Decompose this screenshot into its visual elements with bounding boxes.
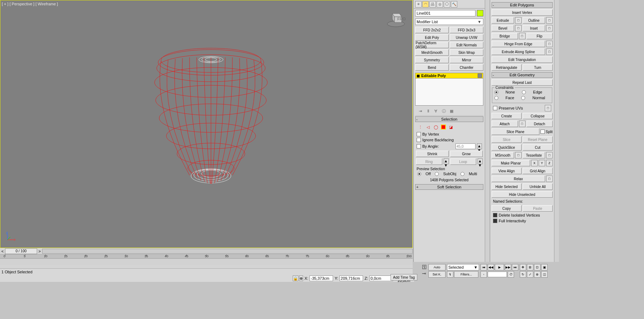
vertex-level-icon[interactable]: ⋮ (417, 124, 423, 130)
extrude-settings-icon[interactable]: □ (515, 17, 522, 24)
preview-subobj-radio[interactable] (435, 172, 439, 176)
by-angle-checkbox[interactable] (417, 144, 421, 148)
create-tab-icon[interactable]: ✳ (415, 1, 422, 7)
tessellate-button[interactable]: Tessellate (523, 152, 545, 158)
key-filters-button[interactable]: Filters... (454, 271, 478, 278)
auto-key-button[interactable]: Auto (428, 264, 446, 270)
timeline-ruler[interactable]: 0510152025303540455055606570758085909510… (0, 254, 413, 259)
selection-lock-icon[interactable]: ⊕ (299, 275, 303, 281)
relax-button[interactable]: Relax (492, 176, 545, 182)
constraint-edge-radio[interactable] (522, 90, 526, 94)
collapse-button[interactable]: Collapse (523, 113, 553, 119)
viewcube[interactable]: FRONT (386, 8, 406, 28)
nav-orbit-icon[interactable]: ↻ (520, 271, 526, 278)
hinge-button[interactable]: Hinge From Edge (492, 41, 545, 47)
panel-b-scrollbar[interactable] (554, 0, 559, 262)
constraint-none-radio[interactable] (494, 90, 498, 94)
utilities-tab-icon[interactable]: 🔨 (451, 1, 457, 7)
insert-vertex-button[interactable]: Insert Vertex (492, 9, 553, 16)
loop-button[interactable]: Loop (450, 158, 477, 165)
relax-settings-icon[interactable]: □ (546, 176, 553, 182)
play-icon[interactable]: ▶ (495, 264, 504, 270)
nav-zoom-icon[interactable]: ⊞ (527, 264, 533, 270)
flip-button[interactable]: Flip (527, 33, 553, 39)
lock-icon[interactable]: 🔒 (293, 275, 298, 281)
nav-pan-icon[interactable]: ✥ (520, 264, 526, 270)
bend-button[interactable]: Bend (415, 64, 449, 71)
grow-button[interactable]: Grow (450, 151, 483, 157)
nav-walk-icon[interactable]: ⤢ (527, 271, 533, 278)
slice-button[interactable]: Slice (492, 136, 522, 143)
next-frame-icon[interactable]: ▶▶ (505, 264, 511, 270)
border-level-icon[interactable]: ◯ (433, 124, 439, 130)
viewport-perspective[interactable]: [ + ] [ Perspective ] [ Wireframe ] FRON… (0, 0, 413, 248)
edit-polygons-rollout[interactable]: -Edit Polygons (492, 2, 553, 8)
make-unique-icon[interactable]: ∀ (433, 108, 439, 114)
key-mode-toggle-icon[interactable]: ◦ (481, 271, 487, 278)
meshsmooth-button[interactable]: MeshSmooth (415, 49, 449, 56)
patchdeform-button[interactable]: PatchDeform (WSM) (415, 42, 449, 48)
attach-button[interactable]: Attach (492, 121, 518, 127)
tessellate-settings-icon[interactable]: □ (546, 152, 553, 158)
extrude-button[interactable]: Extrude (492, 17, 514, 24)
y-coord-input[interactable] (339, 275, 363, 281)
bridge-button[interactable]: Bridge (492, 33, 518, 39)
goto-start-icon[interactable]: ⏮ (481, 264, 487, 270)
copy-selection-button[interactable]: Copy (492, 205, 522, 212)
motion-tab-icon[interactable]: ◎ (437, 1, 443, 7)
unwrap-uvw-button[interactable]: Unwrap UVW (450, 34, 483, 41)
nav-min-max-icon[interactable]: ◫ (541, 271, 548, 278)
outline-settings-icon[interactable]: □ (546, 17, 553, 24)
x-coord-input[interactable] (310, 275, 333, 281)
edit-triangulation-button[interactable]: Edit Triangulation (492, 56, 553, 63)
chamfer-button[interactable]: Chamfer (450, 64, 483, 71)
bridge-settings-icon[interactable]: □ (519, 33, 525, 39)
quickslice-button[interactable]: QuickSlice (492, 144, 522, 151)
split-checkbox[interactable] (540, 130, 545, 134)
ffd-3x3x3-button[interactable]: FFD 3x3x3 (450, 27, 483, 33)
key-filter-select[interactable]: Selected▼ (447, 264, 479, 270)
viewport-label[interactable]: [ + ] [ Perspective ] [ Wireframe ] (2, 2, 58, 6)
retriangulate-button[interactable]: Retriangulate (492, 64, 522, 71)
soft-selection-rollout[interactable]: +Soft Selection (415, 184, 483, 190)
nav-zoom-region-icon[interactable]: ⊡ (534, 264, 540, 270)
timeline-trackbar[interactable] (0, 259, 413, 265)
preview-multi-radio[interactable] (461, 172, 464, 176)
paste-selection-button[interactable]: Paste (523, 205, 553, 212)
view-align-button[interactable]: View Align (492, 168, 522, 174)
configure-sets-icon[interactable]: ▦ (449, 108, 454, 114)
make-planar-button[interactable]: Make Planar (492, 160, 530, 166)
ring-button[interactable]: Ring (416, 158, 442, 165)
create-button[interactable]: Create (492, 113, 522, 119)
delete-iso-checkbox[interactable] (493, 213, 497, 217)
inset-settings-icon[interactable]: □ (546, 25, 553, 31)
preserve-uvs-settings-icon[interactable]: □ (545, 105, 551, 111)
show-end-result-icon[interactable]: Ⅱ (425, 108, 431, 114)
add-time-tag-button[interactable]: Add Time Tag (391, 274, 417, 280)
display-tab-icon[interactable]: 🖵 (444, 1, 450, 7)
mirror-button[interactable]: Mirror (450, 57, 483, 63)
reset-plane-button[interactable]: Reset Plane (523, 136, 553, 143)
unhide-all-button[interactable]: Unhide All (523, 183, 553, 190)
object-color-swatch[interactable] (477, 10, 483, 16)
cut-button[interactable]: Cut (523, 144, 553, 151)
hide-unselected-button[interactable]: Hide Unselected (492, 191, 553, 198)
ignore-backfacing-checkbox[interactable] (417, 138, 421, 142)
hierarchy-tab-icon[interactable]: 品 (429, 1, 436, 7)
nav-fov-icon[interactable]: ▣ (541, 264, 548, 270)
current-frame-input[interactable] (488, 272, 507, 277)
timeline-track[interactable] (42, 249, 413, 254)
preserve-uvs-checkbox[interactable] (493, 106, 497, 110)
bevel-settings-icon[interactable]: □ (515, 25, 522, 31)
ffd-2x2x2-button[interactable]: FFD 2x2x2 (415, 27, 449, 33)
detach-button[interactable]: Detach (527, 121, 553, 127)
modify-tab-icon[interactable]: ◠ (422, 1, 429, 7)
time-config-icon[interactable]: ⏱ (508, 271, 514, 278)
ring-spin[interactable]: ▲▼ (444, 158, 449, 164)
extrude-spline-button[interactable]: Extrude Along Spline (492, 49, 545, 55)
edge-level-icon[interactable]: ◁ (425, 124, 431, 130)
preview-off-radio[interactable] (417, 172, 421, 176)
outline-button[interactable]: Outline (523, 17, 545, 24)
constraint-normal-radio[interactable] (521, 96, 525, 100)
skin-wrap-button[interactable]: Skin Wrap (450, 49, 483, 56)
